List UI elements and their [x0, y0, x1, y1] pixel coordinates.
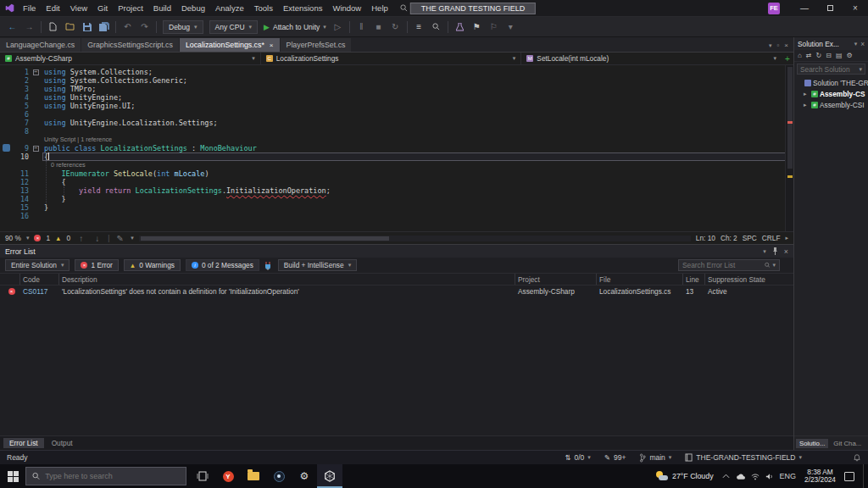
chevron-right-icon[interactable]: ▸ — [785, 235, 788, 241]
menu-extensions[interactable]: Extensions — [278, 3, 327, 13]
taskbar-search-input[interactable] — [45, 472, 180, 480]
collapse-icon[interactable]: − — [33, 146, 39, 152]
configuration-select[interactable]: Debug ▾ — [163, 20, 203, 34]
toolbar-options-icon[interactable]: ▾ — [505, 21, 516, 33]
code-line-6[interactable]: 6 — [0, 110, 793, 119]
menu-debug[interactable]: Debug — [176, 3, 210, 13]
code-line-14[interactable]: 14 } — [0, 195, 793, 203]
tab-solutio-[interactable]: Solutio... — [796, 439, 828, 448]
taskbar-search-box[interactable] — [25, 467, 186, 485]
undo-icon[interactable]: ↶ — [122, 21, 133, 33]
editor-tab[interactable]: GraphicsSettingsScript.cs — [81, 38, 179, 52]
messages-filter-button[interactable]: i 0 of 2 Messages — [186, 259, 259, 271]
save-icon[interactable] — [81, 21, 92, 33]
line-indicator[interactable]: Ln: 10 — [696, 234, 715, 242]
project-dropdown[interactable]: # Assembly-CSharp ▾ — [0, 53, 261, 64]
error-search-box[interactable]: ▾ — [678, 259, 780, 271]
column-header-description[interactable]: Description — [59, 274, 515, 285]
start-button[interactable] — [0, 464, 25, 488]
zoom-level[interactable]: 90 % — [5, 234, 21, 242]
code-line-1[interactable]: 1−using System.Collections; — [0, 68, 793, 76]
switch-views-icon[interactable]: ⇄ — [806, 52, 812, 59]
repository-button[interactable]: THE-GRAND-TESTING-FIELD ▾ — [685, 453, 802, 462]
menu-view[interactable]: View — [65, 3, 92, 13]
source-filter-select[interactable]: Build + IntelliSense ▾ — [278, 259, 357, 271]
show-desktop-button[interactable] — [863, 464, 866, 488]
error-list-header[interactable]: Error List ▾ × — [0, 245, 793, 258]
maximize-button[interactable] — [817, 0, 843, 16]
refresh-icon[interactable]: ↻ — [816, 52, 822, 59]
menu-help[interactable]: Help — [366, 3, 393, 13]
branch-button[interactable]: main ▾ — [639, 453, 671, 463]
more-tabs-icon[interactable]: ▾ — [769, 42, 772, 49]
task-view-button[interactable] — [190, 464, 215, 488]
solution-explorer-header[interactable]: Solution Ex... ▾ × — [794, 37, 868, 50]
test-explorer-icon[interactable] — [454, 21, 465, 33]
action-center-icon[interactable] — [844, 472, 854, 481]
editor-vertical-scrollbar[interactable] — [785, 65, 793, 231]
pending-edits-button[interactable]: ✎ 99+ — [604, 453, 626, 462]
solution-search-input[interactable] — [800, 65, 857, 74]
column-header-file[interactable]: File — [597, 274, 683, 285]
error-count-icon[interactable]: × — [34, 235, 41, 241]
network-icon[interactable] — [751, 473, 760, 480]
menu-tools[interactable]: Tools — [249, 3, 278, 13]
warning-count[interactable]: 0 — [67, 234, 71, 242]
bookmark-icon[interactable]: ⚑ — [471, 21, 482, 33]
code-line-7[interactable]: 7using UnityEngine.Localization.Settings… — [0, 119, 793, 127]
column-header-line[interactable]: Line — [683, 274, 705, 285]
steam-button[interactable] — [266, 464, 292, 488]
tab-close-icon[interactable]: × — [270, 42, 274, 49]
file-explorer-button[interactable] — [241, 464, 266, 488]
error-count[interactable]: 1 — [46, 234, 50, 242]
codelens[interactable]: 0 references — [0, 161, 793, 169]
menu-analyze[interactable]: Analyze — [210, 3, 249, 13]
close-group-icon[interactable]: × — [784, 42, 788, 49]
codelens[interactable]: Unity Script | 1 reference — [0, 136, 793, 144]
code-area[interactable]: 1−using System.Collections;2using System… — [0, 65, 793, 231]
stop-icon[interactable]: ■ — [373, 21, 384, 33]
code-line-16[interactable]: 16 — [0, 212, 793, 220]
code-line-5[interactable]: 5using UnityEngine.UI; — [0, 102, 793, 110]
chevron-down-icon[interactable]: ▾ — [26, 235, 30, 241]
pin-tab-icon[interactable]: ▫ — [776, 42, 779, 49]
intellisense-plug-icon[interactable] — [264, 261, 273, 270]
error-search-input[interactable] — [682, 261, 762, 269]
onedrive-icon[interactable] — [736, 473, 745, 480]
weather-widget[interactable]: 27°F Cloudy — [656, 471, 714, 481]
code-line-8[interactable]: 8 — [0, 127, 793, 136]
code-line-12[interactable]: 12 { — [0, 178, 793, 186]
column-indicator[interactable]: Ch: 2 — [721, 234, 737, 242]
volume-icon[interactable] — [765, 473, 774, 480]
warnings-filter-button[interactable]: ▲ 0 Warnings — [124, 259, 181, 271]
menu-edit[interactable]: Edit — [41, 3, 64, 13]
code-line-9[interactable]: 9−public class LocalizationSettings : Mo… — [0, 144, 793, 152]
attach-to-unity-button[interactable]: ▶ Attach to Unity ▾ — [264, 23, 326, 31]
collapse-all-icon[interactable]: ⊟ — [826, 52, 832, 59]
settings-button[interactable]: ⚙ — [292, 464, 317, 488]
column-header-code[interactable]: Code — [20, 274, 59, 285]
code-line-15[interactable]: 15} — [0, 203, 793, 212]
properties-icon[interactable]: ⚙ — [847, 52, 853, 59]
panel-tab-error-list[interactable]: Error List — [3, 438, 44, 448]
line-ending-indicator[interactable]: CRLF — [762, 234, 781, 242]
home-icon[interactable]: ⌂ — [798, 52, 802, 59]
account-badge[interactable]: FE — [768, 3, 780, 14]
menu-build[interactable]: Build — [148, 3, 176, 13]
code-line-11[interactable]: 11 IEnumerator SetLocale(int mLocale) — [0, 169, 793, 178]
fold-margin[interactable]: − — [29, 68, 42, 76]
new-file-icon[interactable] — [47, 21, 58, 33]
add-view-button[interactable]: + — [782, 53, 793, 64]
quick-actions-icon[interactable] — [3, 144, 10, 152]
error-row[interactable]: ×CS0117'LocalizationSettings' does not c… — [0, 286, 793, 297]
start-without-debugging-icon[interactable]: ▷ — [332, 21, 343, 33]
scrollbar-thumb[interactable] — [141, 236, 389, 241]
spaces-indicator[interactable]: SPC — [743, 234, 757, 242]
editor-tab[interactable]: PlayerPrefsSet.cs — [281, 38, 352, 52]
previous-issue-icon[interactable]: ↑ — [75, 232, 86, 244]
editor-tab[interactable]: LocalizationSettings.cs*× — [180, 38, 280, 52]
break-all-icon[interactable]: ‖ — [356, 21, 367, 33]
clock[interactable]: 8:38 AM 2/23/2024 — [804, 469, 836, 485]
warning-count-icon[interactable]: ▲ — [55, 235, 61, 242]
pen-icon[interactable]: ✎ — [114, 232, 125, 244]
